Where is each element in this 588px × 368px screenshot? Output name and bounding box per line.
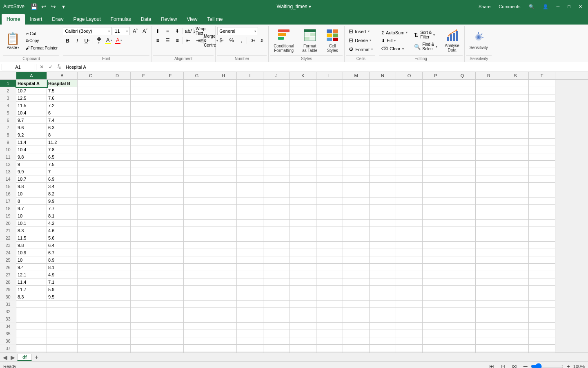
decrease-indent-button[interactable]: ⇤: [184, 36, 193, 45]
grid-cell[interactable]: [316, 234, 343, 242]
grid-cell[interactable]: [370, 337, 396, 345]
grid-cell[interactable]: [263, 205, 290, 212]
page-layout-view-button[interactable]: ⊡: [499, 362, 507, 368]
grid-cell[interactable]: [343, 175, 370, 183]
grid-cell[interactable]: [104, 205, 131, 212]
grid-cell[interactable]: [237, 190, 263, 197]
grid-cell[interactable]: [423, 124, 449, 131]
grid-cell[interactable]: [502, 227, 529, 234]
grid-cell[interactable]: [316, 190, 343, 197]
grid-cell[interactable]: [529, 249, 555, 256]
grid-cell[interactable]: [502, 352, 529, 352]
grid-cell[interactable]: [290, 345, 316, 352]
grid-cell[interactable]: [184, 161, 210, 168]
grid-cell[interactable]: [184, 117, 210, 124]
grid-cell[interactable]: [396, 249, 423, 256]
grid-cell[interactable]: [131, 197, 157, 205]
grid-cell[interactable]: [47, 352, 78, 352]
grid-cell[interactable]: [78, 308, 104, 315]
grid-cell[interactable]: [502, 168, 529, 175]
grid-cell[interactable]: [290, 102, 316, 109]
grid-cell[interactable]: 7: [47, 168, 78, 175]
grid-cell[interactable]: [370, 308, 396, 315]
grid-cell[interactable]: [396, 301, 423, 308]
col-header-o[interactable]: O: [396, 72, 423, 79]
grid-cell[interactable]: [502, 337, 529, 345]
grid-cell[interactable]: [237, 175, 263, 183]
prev-sheet-button[interactable]: ◀: [2, 354, 9, 361]
grid-cell[interactable]: [476, 94, 502, 102]
grid-cell[interactable]: [263, 190, 290, 197]
row-number[interactable]: 19: [0, 212, 16, 220]
grid-cell[interactable]: [343, 345, 370, 352]
grid-cell[interactable]: 9.8: [16, 153, 47, 161]
grid-cell[interactable]: [529, 330, 555, 337]
fill-button[interactable]: ⬇ Fill ▾: [379, 37, 410, 45]
grid-cell[interactable]: [316, 278, 343, 286]
grid-cell[interactable]: [370, 330, 396, 337]
grid-cell[interactable]: [157, 293, 184, 301]
grid-cell[interactable]: [449, 102, 476, 109]
grid-cell[interactable]: [210, 286, 237, 293]
grid-cell[interactable]: [263, 124, 290, 131]
grid-cell[interactable]: [449, 293, 476, 301]
grid-cell[interactable]: [502, 308, 529, 315]
grid-cell[interactable]: [184, 197, 210, 205]
grid-cell[interactable]: [131, 315, 157, 323]
grid-cell[interactable]: [210, 220, 237, 227]
grid-cell[interactable]: [210, 212, 237, 220]
grid-cell[interactable]: [476, 205, 502, 212]
grid-cell[interactable]: [157, 220, 184, 227]
grid-cell[interactable]: [157, 256, 184, 264]
col-header-q[interactable]: Q: [449, 72, 476, 79]
grid-cell[interactable]: [396, 264, 423, 271]
tab-data[interactable]: Data: [136, 14, 156, 25]
row-number[interactable]: 18: [0, 205, 16, 212]
grid-cell[interactable]: [529, 308, 555, 315]
grid-cell[interactable]: [131, 168, 157, 175]
cell-styles-button[interactable]: Cell Styles: [322, 27, 343, 54]
grid-cell[interactable]: [316, 286, 343, 293]
grid-cell[interactable]: [449, 330, 476, 337]
format-painter-button[interactable]: 🖌 Format Painter: [24, 45, 59, 51]
grid-cell[interactable]: [476, 337, 502, 345]
grid-cell[interactable]: [78, 278, 104, 286]
grid-cell[interactable]: [290, 139, 316, 146]
grid-cell[interactable]: [396, 102, 423, 109]
grid-cell[interactable]: [157, 109, 184, 117]
tab-page-layout[interactable]: Page Layout: [68, 14, 105, 25]
grid-cell[interactable]: [502, 109, 529, 117]
grid-cell[interactable]: [237, 212, 263, 220]
grid-cell[interactable]: [370, 80, 396, 87]
grid-cell[interactable]: 3.4: [47, 183, 78, 190]
grid-cell[interactable]: [237, 271, 263, 278]
grid-cell[interactable]: [237, 278, 263, 286]
grid-cell[interactable]: [396, 330, 423, 337]
grid-cell[interactable]: [47, 301, 78, 308]
grid-cell[interactable]: [316, 337, 343, 345]
grid-cell[interactable]: [343, 80, 370, 87]
grid-cell[interactable]: [237, 264, 263, 271]
grid-cell[interactable]: [78, 161, 104, 168]
grid-cell[interactable]: 9.7: [16, 205, 47, 212]
grid-cell[interactable]: [263, 330, 290, 337]
grid-cell[interactable]: [210, 256, 237, 264]
grid-cell[interactable]: 8.1: [47, 264, 78, 271]
grid-cell[interactable]: [290, 337, 316, 345]
grid-cell[interactable]: [131, 205, 157, 212]
grid-cell[interactable]: [184, 286, 210, 293]
row-number[interactable]: 36: [0, 337, 16, 345]
grid-cell[interactable]: [131, 227, 157, 234]
grid-cell[interactable]: [370, 242, 396, 249]
grid-cell[interactable]: 7.1: [47, 278, 78, 286]
grid-cell[interactable]: [502, 345, 529, 352]
grid-cell[interactable]: [16, 337, 47, 345]
grid-cell[interactable]: [184, 109, 210, 117]
grid-cell[interactable]: [131, 124, 157, 131]
grid-cell[interactable]: [343, 183, 370, 190]
grid-cell[interactable]: [502, 183, 529, 190]
grid-cell[interactable]: 5.6: [47, 234, 78, 242]
tab-view[interactable]: View: [182, 14, 203, 25]
undo-icon[interactable]: ↩: [40, 3, 47, 10]
grid-cell[interactable]: [343, 146, 370, 153]
